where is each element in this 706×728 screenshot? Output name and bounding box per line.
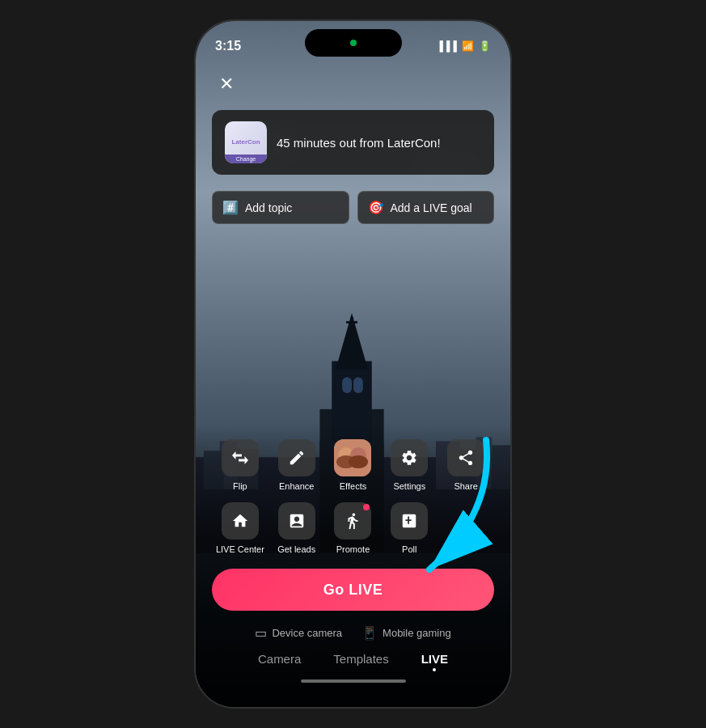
- status-time: 3:15: [215, 39, 241, 53]
- settings-button[interactable]: Settings: [385, 439, 433, 491]
- poll-icon-circle: [391, 502, 428, 540]
- dynamic-island: [305, 29, 402, 57]
- device-camera-label: Device camera: [272, 627, 342, 639]
- add-topic-label: Add topic: [245, 201, 292, 214]
- camera-options: ▭ Device camera 📱 Mobile gaming: [196, 617, 510, 645]
- get-leads-icon: [288, 512, 306, 530]
- promote-notification-dot: [363, 504, 370, 510]
- poll-icon: [400, 512, 418, 530]
- promote-label: Promote: [336, 544, 370, 554]
- close-icon: ✕: [219, 75, 234, 93]
- status-bar: 3:15 ▐▐▐ 📶 🔋: [196, 21, 510, 61]
- phone-screen: 3:15 ▐▐▐ 📶 🔋 ✕ LaterCon Change 45 minute…: [196, 21, 510, 707]
- bottom-nav: Camera Templates LIVE: [196, 645, 510, 675]
- go-live-button[interactable]: Go LIVE: [212, 569, 494, 611]
- flip-icon-circle: [222, 439, 259, 476]
- share-button[interactable]: Share: [442, 439, 490, 491]
- icon-grid-row2: LIVE Center Get leads: [196, 499, 510, 562]
- flip-button[interactable]: Flip: [216, 439, 264, 491]
- live-center-icon: [231, 512, 249, 530]
- wifi-icon: 📶: [462, 40, 474, 52]
- mobile-gaming-option[interactable]: 📱 Mobile gaming: [361, 625, 451, 641]
- add-live-goal-button[interactable]: 🎯 Add a LIVE goal: [357, 191, 495, 224]
- title-card: LaterCon Change 45 minutes out from Late…: [212, 110, 494, 175]
- title-logo: LaterCon Change: [225, 121, 267, 163]
- poll-label: Poll: [402, 544, 416, 554]
- target-icon: 🎯: [368, 200, 384, 215]
- mobile-gaming-icon: 📱: [361, 625, 378, 641]
- effects-button[interactable]: Effects: [328, 439, 377, 491]
- logo-text: LaterCon: [231, 138, 260, 146]
- live-center-label: LIVE Center: [216, 544, 264, 554]
- promote-icon-circle: [334, 502, 371, 540]
- mobile-gaming-label: Mobile gaming: [383, 627, 451, 639]
- phone-frame: 3:15 ▐▐▐ 📶 🔋 ✕ LaterCon Change 45 minute…: [194, 19, 512, 709]
- icon-grid-row1: Flip Enhance: [196, 423, 510, 499]
- change-button[interactable]: Change: [225, 154, 267, 163]
- signal-icon: ▐▐▐: [436, 40, 457, 52]
- battery-icon: 🔋: [479, 40, 491, 52]
- effects-icon-circle: [334, 439, 371, 476]
- title-text: 45 minutes out from LaterCon!: [277, 136, 481, 150]
- get-leads-button[interactable]: Get leads: [273, 502, 321, 554]
- nav-live-container: LIVE: [421, 652, 448, 671]
- promote-button[interactable]: Promote: [328, 502, 377, 554]
- live-center-button[interactable]: LIVE Center: [216, 502, 264, 554]
- flip-icon: [230, 448, 250, 468]
- enhance-icon-circle: [278, 439, 315, 476]
- share-label: Share: [454, 481, 477, 491]
- nav-live[interactable]: LIVE: [421, 652, 448, 666]
- dynamic-island-dot: [350, 40, 357, 46]
- status-icons: ▐▐▐ 📶 🔋: [436, 40, 491, 52]
- effects-icon: [334, 439, 371, 476]
- live-center-icon-circle: [222, 502, 259, 540]
- svg-rect-16: [346, 321, 357, 324]
- close-button[interactable]: ✕: [212, 70, 241, 99]
- home-indicator: [301, 679, 406, 683]
- svg-rect-11: [342, 377, 352, 393]
- bottom-overlay: Flip Enhance: [196, 423, 510, 707]
- enhance-button[interactable]: Enhance: [273, 439, 321, 491]
- get-leads-label: Get leads: [277, 544, 315, 554]
- flip-label: Flip: [233, 481, 247, 491]
- action-buttons-row: #️⃣ Add topic 🎯 Add a LIVE goal: [212, 191, 494, 224]
- enhance-label: Enhance: [279, 481, 314, 491]
- svg-rect-15: [350, 317, 353, 333]
- nav-templates[interactable]: Templates: [333, 652, 388, 671]
- add-live-goal-label: Add a LIVE goal: [391, 201, 472, 214]
- nav-camera[interactable]: Camera: [258, 652, 301, 671]
- device-camera-option[interactable]: ▭ Device camera: [255, 625, 342, 641]
- svg-point-21: [349, 455, 368, 468]
- nav-live-dot: [433, 668, 436, 671]
- effects-label: Effects: [340, 481, 366, 491]
- svg-rect-12: [353, 377, 363, 393]
- poll-button[interactable]: Poll: [385, 502, 433, 554]
- hashtag-icon: #️⃣: [222, 200, 239, 215]
- settings-icon: [400, 449, 418, 467]
- device-camera-icon: ▭: [255, 625, 267, 641]
- promote-icon: [344, 512, 361, 530]
- add-topic-button[interactable]: #️⃣ Add topic: [212, 191, 349, 224]
- settings-label: Settings: [393, 481, 425, 491]
- get-leads-icon-circle: [278, 502, 315, 540]
- settings-icon-circle: [391, 439, 428, 476]
- share-icon: [457, 449, 475, 467]
- share-icon-circle: [447, 439, 484, 476]
- enhance-icon: [288, 449, 306, 467]
